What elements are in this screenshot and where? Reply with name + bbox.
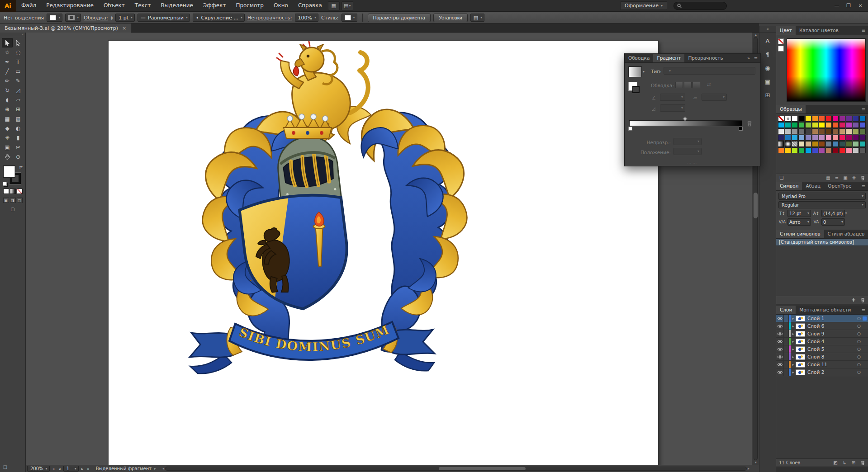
- menu-item-Редактирование[interactable]: Редактирование: [41, 0, 99, 11]
- swatch-2[interactable]: [792, 116, 798, 122]
- tab-Прозрачность[interactable]: Прозрачность: [684, 54, 726, 62]
- eyedropper-tool[interactable]: ◆: [2, 123, 13, 133]
- swatch-71[interactable]: [819, 147, 825, 153]
- stroke-panel-link[interactable]: Обводка:: [84, 15, 108, 21]
- swatch-53[interactable]: [785, 141, 791, 147]
- swatch-60[interactable]: [832, 141, 839, 147]
- width-tool[interactable]: ◖: [2, 95, 13, 104]
- stroke-weight-stepper[interactable]: ▲▼: [111, 15, 113, 20]
- swatch-16[interactable]: [798, 122, 805, 128]
- swatch-31[interactable]: [812, 128, 818, 134]
- pencil-tool[interactable]: ✎: [13, 76, 24, 85]
- gradient-slider[interactable]: [629, 120, 742, 126]
- layer-visibility-icon[interactable]: [776, 361, 784, 368]
- width-profile-select[interactable]: —Равномерный▾: [138, 14, 190, 22]
- line-segment-tool[interactable]: ╱: [2, 66, 13, 76]
- swatch-51[interactable]: [859, 135, 866, 141]
- search-input-wrap[interactable]: [674, 2, 727, 10]
- scroll-down-icon[interactable]: ▾: [752, 461, 759, 464]
- swatch-40[interactable]: [785, 135, 791, 141]
- prev-artboard-icon[interactable]: ◂: [57, 467, 62, 471]
- color-none-swatch[interactable]: [778, 38, 784, 44]
- lasso-tool[interactable]: ◌: [13, 47, 24, 57]
- layer-expand-icon[interactable]: ▸: [791, 363, 796, 367]
- swatch-0[interactable]: [778, 116, 784, 122]
- layer-expand-icon[interactable]: ▸: [791, 347, 796, 351]
- character-panel-icon[interactable]: А: [762, 35, 773, 46]
- swatch-35[interactable]: [839, 128, 845, 134]
- layer-name[interactable]: Слой 9: [807, 331, 855, 336]
- swatch-13[interactable]: [778, 122, 784, 128]
- opacity-panel-link[interactable]: Непрозрачность:: [247, 15, 292, 21]
- swatch-33[interactable]: [825, 128, 832, 134]
- swatch-56[interactable]: [805, 141, 811, 147]
- swatch-39[interactable]: [778, 135, 784, 141]
- layer-expand-icon[interactable]: ▸: [791, 332, 796, 336]
- layer-row-Слой 6[interactable]: ▸Слой 6○: [776, 322, 868, 330]
- gradient-thumbnail[interactable]: [628, 66, 642, 77]
- align-options-icon[interactable]: ▤▾: [470, 14, 484, 22]
- blend-tool[interactable]: ◐: [13, 123, 24, 133]
- swatch-1[interactable]: ⊕: [785, 116, 791, 122]
- rotate-tool[interactable]: ↻: [2, 85, 13, 95]
- swatch-65[interactable]: [778, 147, 784, 153]
- swatch-9[interactable]: [839, 116, 845, 122]
- layer-visibility-icon[interactable]: [776, 330, 784, 337]
- swatch-19[interactable]: [819, 122, 825, 128]
- mesh-tool[interactable]: ▦: [2, 114, 13, 123]
- swatch-43[interactable]: [805, 135, 811, 141]
- swatch-7[interactable]: [825, 116, 832, 122]
- tab-Абзац[interactable]: Абзац: [802, 182, 824, 190]
- layer-target-icon[interactable]: ○: [855, 316, 863, 321]
- swatches-delete-icon[interactable]: [860, 175, 865, 180]
- brush-definition-select[interactable]: •Скругление ...▾: [193, 14, 245, 22]
- layer-expand-icon[interactable]: ▸: [791, 370, 796, 374]
- swatch-18[interactable]: [812, 122, 818, 128]
- layer-name[interactable]: Слой 1: [807, 316, 855, 321]
- menu-item-Текст[interactable]: Текст: [130, 0, 156, 11]
- layer-target-icon[interactable]: ○: [855, 370, 863, 374]
- swatch-68[interactable]: [798, 147, 805, 153]
- menu-item-Файл[interactable]: Файл: [16, 0, 41, 11]
- layer-visibility-icon[interactable]: [776, 338, 784, 345]
- layer-lock-cell[interactable]: [784, 345, 789, 353]
- layer-expand-icon[interactable]: ▸: [791, 324, 796, 328]
- panel-menu-icon[interactable]: ≡: [861, 28, 866, 33]
- fill-stroke-control[interactable]: ⇄: [4, 166, 22, 185]
- gradient-stop-end[interactable]: [739, 127, 743, 131]
- workspace-switcher[interactable]: Оформление▾: [620, 1, 667, 10]
- stroke-color-select[interactable]: ▾: [65, 14, 81, 22]
- layer-lock-cell[interactable]: [784, 315, 789, 322]
- layer-name[interactable]: Слой 4: [807, 339, 855, 344]
- layer-lock-cell[interactable]: [784, 361, 789, 368]
- tab-Стили абзацев[interactable]: Стили абзацев: [824, 230, 868, 238]
- pen-tool[interactable]: ✒: [2, 57, 13, 66]
- layer-target-icon[interactable]: ○: [855, 339, 863, 344]
- layer-lock-cell[interactable]: [784, 353, 789, 360]
- layer-target-icon[interactable]: ○: [855, 354, 863, 359]
- gradient-button[interactable]: [10, 189, 16, 194]
- swatch-66[interactable]: [785, 147, 791, 153]
- gradient-fill-stroke-control[interactable]: [628, 82, 637, 91]
- swatch-59[interactable]: [825, 141, 832, 147]
- swatch-15[interactable]: [792, 122, 798, 128]
- status-indicator[interactable]: Выделенный фрагмент▸: [92, 466, 160, 471]
- draw-normal-icon[interactable]: ▣: [3, 198, 9, 203]
- tab-Градиент[interactable]: Градиент: [653, 54, 684, 62]
- swatch-20[interactable]: [825, 122, 832, 128]
- swatch-45[interactable]: [819, 135, 825, 141]
- layers-new-layer-icon[interactable]: ⊞: [851, 460, 856, 465]
- shape-builder-tool[interactable]: ⊕: [2, 104, 13, 114]
- close-document-icon[interactable]: ×: [122, 25, 126, 31]
- last-artboard-icon[interactable]: »: [86, 467, 90, 471]
- panel-menu-icon[interactable]: ≡: [861, 107, 866, 112]
- swatch-10[interactable]: [846, 116, 852, 122]
- swatch-61[interactable]: [839, 141, 845, 147]
- search-input[interactable]: [683, 3, 722, 8]
- layer-target-icon[interactable]: ○: [855, 324, 863, 328]
- perspective-grid-tool[interactable]: ⊞: [13, 104, 24, 114]
- swatch-46[interactable]: [825, 135, 832, 141]
- layer-row-Слой 1[interactable]: ▸Слой 1○: [776, 315, 868, 322]
- swatch-12[interactable]: [859, 116, 866, 122]
- layer-thumbnail[interactable]: [796, 346, 805, 352]
